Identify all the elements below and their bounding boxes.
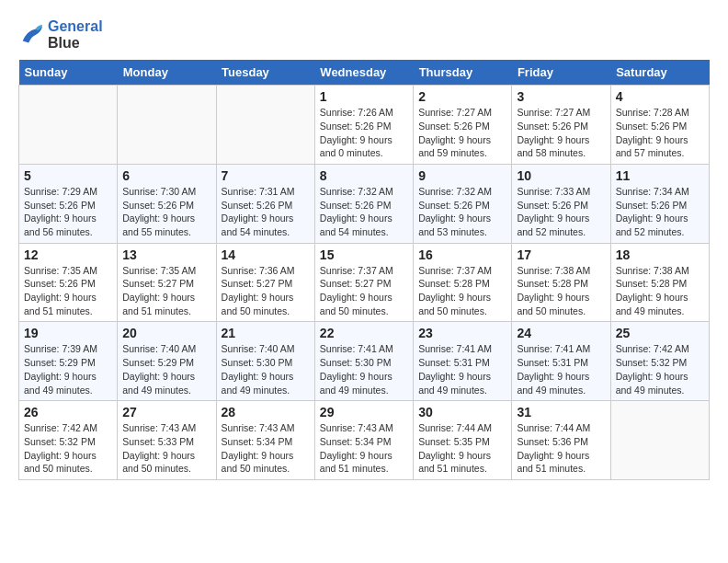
col-header-monday: Monday — [118, 60, 216, 86]
table-row: 8 Sunrise: 7:32 AM Sunset: 5:26 PM Dayli… — [314, 164, 413, 243]
day-number: 26 — [24, 405, 112, 419]
day-info: Sunrise: 7:39 AM Sunset: 5:29 PM Dayligh… — [24, 342, 112, 396]
calendar-table: SundayMondayTuesdayWednesdayThursdayFrid… — [18, 60, 710, 480]
day-info: Sunrise: 7:31 AM Sunset: 5:26 PM Dayligh… — [222, 185, 310, 239]
table-row: 22 Sunrise: 7:41 AM Sunset: 5:30 PM Dayl… — [314, 322, 413, 401]
day-info: Sunrise: 7:40 AM Sunset: 5:29 PM Dayligh… — [122, 342, 210, 396]
day-info: Sunrise: 7:33 AM Sunset: 5:26 PM Dayligh… — [517, 185, 605, 239]
day-number: 5 — [24, 168, 112, 183]
day-info: Sunrise: 7:40 AM Sunset: 5:30 PM Dayligh… — [222, 342, 310, 396]
logo: General Blue — [18, 18, 103, 51]
col-header-friday: Friday — [512, 60, 610, 86]
day-number: 6 — [122, 168, 210, 183]
day-number: 11 — [616, 168, 704, 183]
table-row: 13 Sunrise: 7:35 AM Sunset: 5:27 PM Dayl… — [118, 243, 216, 322]
day-number: 18 — [616, 247, 704, 262]
day-info: Sunrise: 7:32 AM Sunset: 5:26 PM Dayligh… — [320, 185, 408, 239]
day-number: 7 — [222, 168, 310, 183]
table-row: 15 Sunrise: 7:37 AM Sunset: 5:27 PM Dayl… — [314, 243, 413, 322]
table-row: 9 Sunrise: 7:32 AM Sunset: 5:26 PM Dayli… — [414, 164, 512, 243]
day-number: 12 — [24, 247, 112, 262]
table-row: 27 Sunrise: 7:43 AM Sunset: 5:33 PM Dayl… — [118, 401, 216, 480]
day-number: 14 — [222, 247, 310, 262]
day-info: Sunrise: 7:32 AM Sunset: 5:26 PM Dayligh… — [418, 185, 506, 239]
day-number: 15 — [320, 247, 408, 262]
day-number: 24 — [517, 326, 605, 340]
table-row: 19 Sunrise: 7:39 AM Sunset: 5:29 PM Dayl… — [19, 322, 118, 401]
day-info: Sunrise: 7:42 AM Sunset: 5:32 PM Dayligh… — [616, 342, 704, 396]
day-info: Sunrise: 7:42 AM Sunset: 5:32 PM Dayligh… — [24, 421, 112, 476]
table-row: 23 Sunrise: 7:41 AM Sunset: 5:31 PM Dayl… — [414, 322, 512, 401]
table-row: 7 Sunrise: 7:31 AM Sunset: 5:26 PM Dayli… — [216, 164, 314, 243]
table-row: 25 Sunrise: 7:42 AM Sunset: 5:32 PM Dayl… — [610, 322, 709, 401]
day-number: 25 — [616, 326, 704, 340]
table-row — [118, 86, 216, 165]
day-info: Sunrise: 7:38 AM Sunset: 5:28 PM Dayligh… — [517, 264, 605, 318]
day-number: 9 — [418, 168, 506, 183]
table-row: 6 Sunrise: 7:30 AM Sunset: 5:26 PM Dayli… — [118, 164, 216, 243]
col-header-wednesday: Wednesday — [314, 60, 413, 86]
day-number: 29 — [320, 405, 408, 419]
col-header-sunday: Sunday — [19, 60, 118, 86]
table-row: 3 Sunrise: 7:27 AM Sunset: 5:26 PM Dayli… — [512, 86, 610, 165]
day-number: 27 — [122, 405, 210, 419]
table-row: 10 Sunrise: 7:33 AM Sunset: 5:26 PM Dayl… — [512, 164, 610, 243]
table-row — [19, 86, 118, 165]
col-header-thursday: Thursday — [414, 60, 512, 86]
day-info: Sunrise: 7:35 AM Sunset: 5:27 PM Dayligh… — [122, 264, 210, 318]
day-info: Sunrise: 7:37 AM Sunset: 5:28 PM Dayligh… — [418, 264, 506, 318]
day-info: Sunrise: 7:30 AM Sunset: 5:26 PM Dayligh… — [122, 185, 210, 239]
day-info: Sunrise: 7:26 AM Sunset: 5:26 PM Dayligh… — [320, 106, 408, 160]
day-number: 4 — [616, 89, 704, 104]
table-row — [610, 401, 709, 480]
col-header-tuesday: Tuesday — [216, 60, 314, 86]
table-row: 31 Sunrise: 7:44 AM Sunset: 5:36 PM Dayl… — [512, 401, 610, 480]
table-row: 21 Sunrise: 7:40 AM Sunset: 5:30 PM Dayl… — [216, 322, 314, 401]
table-row: 17 Sunrise: 7:38 AM Sunset: 5:28 PM Dayl… — [512, 243, 610, 322]
table-row: 1 Sunrise: 7:26 AM Sunset: 5:26 PM Dayli… — [314, 86, 413, 165]
day-info: Sunrise: 7:43 AM Sunset: 5:34 PM Dayligh… — [320, 421, 408, 476]
day-info: Sunrise: 7:41 AM Sunset: 5:30 PM Dayligh… — [320, 342, 408, 396]
page-header: General Blue — [18, 18, 710, 51]
table-row: 2 Sunrise: 7:27 AM Sunset: 5:26 PM Dayli… — [414, 86, 512, 165]
day-info: Sunrise: 7:43 AM Sunset: 5:33 PM Dayligh… — [122, 421, 210, 476]
day-number: 31 — [517, 405, 605, 419]
day-info: Sunrise: 7:38 AM Sunset: 5:28 PM Dayligh… — [616, 264, 704, 318]
table-row: 11 Sunrise: 7:34 AM Sunset: 5:26 PM Dayl… — [610, 164, 709, 243]
table-row: 30 Sunrise: 7:44 AM Sunset: 5:35 PM Dayl… — [414, 401, 512, 480]
day-info: Sunrise: 7:44 AM Sunset: 5:35 PM Dayligh… — [418, 421, 506, 476]
day-info: Sunrise: 7:27 AM Sunset: 5:26 PM Dayligh… — [517, 106, 605, 160]
day-number: 22 — [320, 326, 408, 340]
table-row: 4 Sunrise: 7:28 AM Sunset: 5:26 PM Dayli… — [610, 86, 709, 165]
day-number: 1 — [320, 89, 408, 104]
day-info: Sunrise: 7:36 AM Sunset: 5:27 PM Dayligh… — [222, 264, 310, 318]
day-number: 2 — [418, 89, 506, 104]
table-row: 26 Sunrise: 7:42 AM Sunset: 5:32 PM Dayl… — [19, 401, 118, 480]
table-row — [216, 86, 314, 165]
day-info: Sunrise: 7:37 AM Sunset: 5:27 PM Dayligh… — [320, 264, 408, 318]
day-info: Sunrise: 7:28 AM Sunset: 5:26 PM Dayligh… — [616, 106, 704, 160]
day-number: 10 — [517, 168, 605, 183]
day-info: Sunrise: 7:29 AM Sunset: 5:26 PM Dayligh… — [24, 185, 112, 239]
day-number: 8 — [320, 168, 408, 183]
day-number: 28 — [222, 405, 310, 419]
day-number: 19 — [24, 326, 112, 340]
day-info: Sunrise: 7:27 AM Sunset: 5:26 PM Dayligh… — [418, 106, 506, 160]
logo-text: General Blue — [48, 18, 103, 51]
day-number: 3 — [517, 89, 605, 104]
logo-icon — [18, 22, 44, 48]
day-number: 30 — [418, 405, 506, 419]
table-row: 29 Sunrise: 7:43 AM Sunset: 5:34 PM Dayl… — [314, 401, 413, 480]
day-info: Sunrise: 7:43 AM Sunset: 5:34 PM Dayligh… — [222, 421, 310, 476]
day-number: 21 — [222, 326, 310, 340]
day-info: Sunrise: 7:44 AM Sunset: 5:36 PM Dayligh… — [517, 421, 605, 476]
day-number: 23 — [418, 326, 506, 340]
day-info: Sunrise: 7:35 AM Sunset: 5:26 PM Dayligh… — [24, 264, 112, 318]
table-row: 14 Sunrise: 7:36 AM Sunset: 5:27 PM Dayl… — [216, 243, 314, 322]
table-row: 18 Sunrise: 7:38 AM Sunset: 5:28 PM Dayl… — [610, 243, 709, 322]
day-number: 13 — [122, 247, 210, 262]
day-number: 20 — [122, 326, 210, 340]
day-info: Sunrise: 7:41 AM Sunset: 5:31 PM Dayligh… — [517, 342, 605, 396]
day-info: Sunrise: 7:34 AM Sunset: 5:26 PM Dayligh… — [616, 185, 704, 239]
table-row: 24 Sunrise: 7:41 AM Sunset: 5:31 PM Dayl… — [512, 322, 610, 401]
